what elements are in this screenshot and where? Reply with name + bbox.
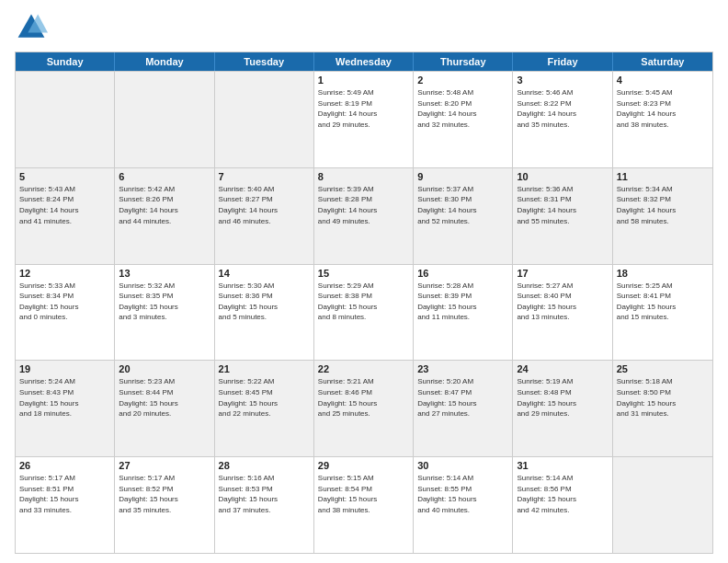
cal-cell-24: 24Sunrise: 5:19 AM Sunset: 8:48 PM Dayli…: [513, 361, 612, 456]
day-info: Sunrise: 5:45 AM Sunset: 8:23 PM Dayligh…: [617, 87, 709, 130]
day-number: 4: [617, 75, 709, 86]
day-number: 1: [318, 75, 409, 86]
cal-cell-7: 7Sunrise: 5:40 AM Sunset: 8:27 PM Daylig…: [215, 168, 314, 264]
cal-row-4: 19Sunrise: 5:24 AM Sunset: 8:43 PM Dayli…: [16, 360, 712, 456]
day-info: Sunrise: 5:36 AM Sunset: 8:31 PM Dayligh…: [517, 184, 608, 226]
day-number: 24: [517, 363, 608, 374]
cal-cell-14: 14Sunrise: 5:30 AM Sunset: 8:36 PM Dayli…: [215, 265, 314, 361]
header-day-friday: Friday: [513, 52, 612, 71]
day-number: 3: [517, 75, 608, 86]
day-info: Sunrise: 5:33 AM Sunset: 8:34 PM Dayligh…: [19, 281, 110, 323]
cal-cell-2: 2Sunrise: 5:48 AM Sunset: 8:20 PM Daylig…: [414, 72, 513, 167]
header-day-thursday: Thursday: [414, 52, 513, 71]
day-info: Sunrise: 5:18 AM Sunset: 8:50 PM Dayligh…: [617, 376, 709, 419]
day-info: Sunrise: 5:16 AM Sunset: 8:53 PM Dayligh…: [219, 473, 310, 515]
day-info: Sunrise: 5:32 AM Sunset: 8:35 PM Dayligh…: [119, 281, 210, 323]
day-number: 15: [318, 268, 409, 279]
cal-cell-9: 9Sunrise: 5:37 AM Sunset: 8:30 PM Daylig…: [414, 168, 513, 264]
logo-icon: [15, 11, 48, 44]
day-number: 21: [219, 363, 310, 374]
day-info: Sunrise: 5:22 AM Sunset: 8:45 PM Dayligh…: [219, 376, 310, 419]
day-info: Sunrise: 5:39 AM Sunset: 8:28 PM Dayligh…: [318, 184, 409, 226]
cal-cell-12: 12Sunrise: 5:33 AM Sunset: 8:34 PM Dayli…: [16, 265, 115, 361]
day-info: Sunrise: 5:25 AM Sunset: 8:41 PM Dayligh…: [617, 281, 709, 323]
header-day-sunday: Sunday: [16, 52, 115, 71]
cal-cell-10: 10Sunrise: 5:36 AM Sunset: 8:31 PM Dayli…: [513, 168, 612, 264]
day-number: 2: [417, 75, 508, 86]
day-number: 17: [517, 268, 608, 279]
day-info: Sunrise: 5:42 AM Sunset: 8:26 PM Dayligh…: [119, 184, 210, 226]
page: SundayMondayTuesdayWednesdayThursdayFrid…: [0, 0, 728, 563]
cal-cell-1: 1Sunrise: 5:49 AM Sunset: 8:19 PM Daylig…: [314, 72, 414, 167]
day-info: Sunrise: 5:14 AM Sunset: 8:56 PM Dayligh…: [517, 473, 608, 515]
day-number: 12: [19, 268, 110, 279]
day-info: Sunrise: 5:23 AM Sunset: 8:44 PM Dayligh…: [119, 376, 210, 419]
cal-row-1: 1Sunrise: 5:49 AM Sunset: 8:19 PM Daylig…: [16, 71, 712, 167]
cal-cell-empty: [16, 72, 115, 167]
cal-cell-15: 15Sunrise: 5:29 AM Sunset: 8:38 PM Dayli…: [314, 265, 414, 361]
cal-cell-27: 27Sunrise: 5:17 AM Sunset: 8:52 PM Dayli…: [115, 457, 214, 553]
cal-cell-16: 16Sunrise: 5:28 AM Sunset: 8:39 PM Dayli…: [414, 265, 513, 361]
day-info: Sunrise: 5:20 AM Sunset: 8:47 PM Dayligh…: [417, 376, 508, 419]
day-number: 19: [19, 363, 110, 374]
cal-cell-18: 18Sunrise: 5:25 AM Sunset: 8:41 PM Dayli…: [613, 265, 712, 361]
day-number: 28: [219, 460, 310, 471]
cal-cell-6: 6Sunrise: 5:42 AM Sunset: 8:26 PM Daylig…: [115, 168, 214, 264]
day-info: Sunrise: 5:37 AM Sunset: 8:30 PM Dayligh…: [417, 184, 508, 226]
day-number: 26: [19, 460, 110, 471]
day-info: Sunrise: 5:43 AM Sunset: 8:24 PM Dayligh…: [19, 184, 110, 226]
header-day-wednesday: Wednesday: [314, 52, 414, 71]
day-number: 8: [318, 171, 409, 182]
day-number: 14: [219, 268, 310, 279]
day-info: Sunrise: 5:29 AM Sunset: 8:38 PM Dayligh…: [318, 281, 409, 323]
day-number: 5: [19, 171, 110, 182]
day-number: 25: [617, 363, 709, 374]
cal-cell-30: 30Sunrise: 5:14 AM Sunset: 8:55 PM Dayli…: [414, 457, 513, 553]
cal-cell-21: 21Sunrise: 5:22 AM Sunset: 8:45 PM Dayli…: [215, 361, 314, 456]
cal-cell-22: 22Sunrise: 5:21 AM Sunset: 8:46 PM Dayli…: [314, 361, 414, 456]
day-info: Sunrise: 5:24 AM Sunset: 8:43 PM Dayligh…: [19, 376, 110, 419]
cal-cell-28: 28Sunrise: 5:16 AM Sunset: 8:53 PM Dayli…: [215, 457, 314, 553]
cal-cell-20: 20Sunrise: 5:23 AM Sunset: 8:44 PM Dayli…: [115, 361, 214, 456]
day-info: Sunrise: 5:14 AM Sunset: 8:55 PM Dayligh…: [417, 473, 508, 515]
day-number: 13: [119, 268, 210, 279]
cal-cell-31: 31Sunrise: 5:14 AM Sunset: 8:56 PM Dayli…: [513, 457, 612, 553]
day-number: 31: [517, 460, 608, 471]
cal-cell-empty: [613, 457, 712, 553]
day-number: 23: [417, 363, 508, 374]
cal-cell-empty: [115, 72, 214, 167]
cal-cell-17: 17Sunrise: 5:27 AM Sunset: 8:40 PM Dayli…: [513, 265, 612, 361]
cal-cell-19: 19Sunrise: 5:24 AM Sunset: 8:43 PM Dayli…: [16, 361, 115, 456]
day-info: Sunrise: 5:40 AM Sunset: 8:27 PM Dayligh…: [219, 184, 310, 226]
cal-cell-5: 5Sunrise: 5:43 AM Sunset: 8:24 PM Daylig…: [16, 168, 115, 264]
header-day-saturday: Saturday: [613, 52, 712, 71]
day-number: 30: [417, 460, 508, 471]
cal-cell-11: 11Sunrise: 5:34 AM Sunset: 8:32 PM Dayli…: [613, 168, 712, 264]
cal-cell-empty: [215, 72, 314, 167]
day-number: 10: [517, 171, 608, 182]
cal-row-5: 26Sunrise: 5:17 AM Sunset: 8:51 PM Dayli…: [16, 456, 712, 553]
day-number: 18: [617, 268, 709, 279]
day-info: Sunrise: 5:30 AM Sunset: 8:36 PM Dayligh…: [219, 281, 310, 323]
cal-cell-13: 13Sunrise: 5:32 AM Sunset: 8:35 PM Dayli…: [115, 265, 214, 361]
day-info: Sunrise: 5:46 AM Sunset: 8:22 PM Dayligh…: [517, 87, 608, 130]
cal-row-3: 12Sunrise: 5:33 AM Sunset: 8:34 PM Dayli…: [16, 264, 712, 361]
day-number: 20: [119, 363, 210, 374]
calendar-header: SundayMondayTuesdayWednesdayThursdayFrid…: [16, 52, 712, 71]
cal-cell-4: 4Sunrise: 5:45 AM Sunset: 8:23 PM Daylig…: [613, 72, 712, 167]
header: [15, 11, 713, 44]
cal-cell-25: 25Sunrise: 5:18 AM Sunset: 8:50 PM Dayli…: [613, 361, 712, 456]
day-info: Sunrise: 5:19 AM Sunset: 8:48 PM Dayligh…: [517, 376, 608, 419]
cal-cell-8: 8Sunrise: 5:39 AM Sunset: 8:28 PM Daylig…: [314, 168, 414, 264]
day-info: Sunrise: 5:28 AM Sunset: 8:39 PM Dayligh…: [417, 281, 508, 323]
header-day-monday: Monday: [115, 52, 214, 71]
calendar-body: 1Sunrise: 5:49 AM Sunset: 8:19 PM Daylig…: [16, 71, 712, 553]
header-day-tuesday: Tuesday: [215, 52, 314, 71]
day-number: 11: [617, 171, 709, 182]
day-number: 9: [417, 171, 508, 182]
day-info: Sunrise: 5:17 AM Sunset: 8:52 PM Dayligh…: [119, 473, 210, 515]
day-number: 7: [219, 171, 310, 182]
day-number: 27: [119, 460, 210, 471]
day-info: Sunrise: 5:15 AM Sunset: 8:54 PM Dayligh…: [318, 473, 409, 515]
day-number: 22: [318, 363, 409, 374]
